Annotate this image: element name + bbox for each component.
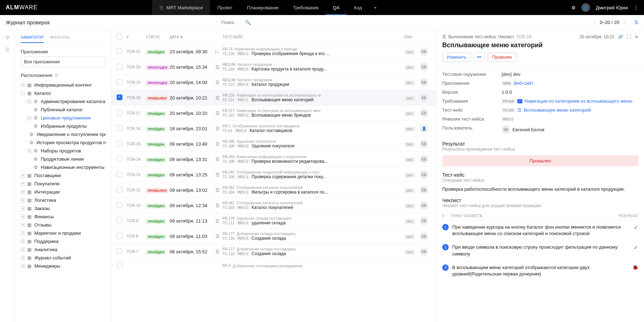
close-icon[interactable]: ✕ [635, 34, 638, 39]
tree-toggle-icon[interactable]: + [21, 256, 25, 260]
table-row[interactable]: TCR-17ПРОЙДЕН20 октября, 10:20☰FR-217Нав… [112, 106, 436, 121]
row-checkbox[interactable] [117, 187, 122, 192]
tree-item[interactable]: +⚙Администрирование каталога (PIM) [27, 97, 106, 106]
tree-item[interactable]: +▦Журнал событий [21, 254, 106, 262]
row-checkbox[interactable] [117, 233, 122, 239]
tree-toggle-icon[interactable]: + [21, 223, 25, 227]
nav-item[interactable]: Планирование [240, 0, 286, 15]
col-testcase[interactable]: ТЕСТ-КЕЙС [223, 35, 405, 39]
table-row[interactable]: TCR-13ПРОЙДЕН09 октября, 13:25☰FR-242Ото… [112, 167, 436, 182]
tree-item[interactable]: +▦Поддержка [21, 237, 106, 245]
expand-icon[interactable]: ⛶ [627, 34, 631, 39]
tree-toggle-icon[interactable]: + [27, 149, 31, 153]
select-all-checkbox[interactable] [117, 34, 122, 39]
row-checkbox[interactable] [117, 218, 122, 223]
row-checkbox[interactable] [117, 94, 122, 100]
table-row[interactable]: TCR-18ПРОВАЛЕН20 октября, 10:21☰FR-216На… [112, 90, 436, 106]
table-row[interactable]: TCR-8ПРОЙДЕН09 октября, 11:03☰FR-177Доба… [112, 229, 436, 244]
prev-page-icon[interactable]: ‹ [594, 20, 595, 25]
next-page-icon[interactable]: › [624, 20, 625, 25]
add-tab-button[interactable]: + [369, 0, 382, 15]
row-checkbox[interactable] [117, 64, 122, 69]
table-row[interactable]: TCR-9ПРОЙДЕН09 октября, 11:13☰FR-179Удал… [112, 213, 436, 229]
table-row[interactable]: TCR-14ПРОЙДЕН09 октября, 13:31☰FR-243Изм… [112, 152, 436, 167]
search-input[interactable] [221, 20, 243, 25]
tree-toggle-icon[interactable]: − [21, 91, 25, 96]
tree-item[interactable]: +▦Менеджеры [21, 262, 106, 270]
nav-item[interactable]: Код [347, 0, 369, 15]
tab-navigator[interactable]: НАВИГАТОР [21, 35, 44, 43]
tree-toggle-icon[interactable]: + [21, 190, 25, 194]
tab-filters[interactable]: ФИЛЬТРЫ [50, 35, 69, 43]
table-row[interactable]: TCR-19ПРОПУЩЕН20 октября, 14:00☰REQ-99Ка… [112, 75, 436, 90]
table-row[interactable]: TCR-7ПРОЙДЕН06 октября, 15:52☰FR-177Доба… [112, 244, 436, 259]
tree-item[interactable]: +▦Логистика [21, 196, 106, 204]
table-row[interactable]: TCR-16ПРОЙДЕН18 октября, 23:01☰FR-1Отобр… [112, 121, 436, 136]
row-checkbox[interactable] [117, 171, 122, 177]
tree-item[interactable]: +▦Отзывы [21, 221, 106, 229]
col-env[interactable]: ENV [405, 35, 420, 39]
tree-item[interactable]: +▦Заказы [21, 204, 106, 213]
tree-item[interactable]: ⚙Продуктовые линии [27, 155, 106, 163]
tree-item[interactable]: +▦Информационный контент [21, 81, 106, 89]
tree-item[interactable]: +▦Финансы [21, 213, 106, 221]
tree-item[interactable]: +⚙Ценовые предложения [27, 114, 106, 122]
row-checkbox[interactable] [117, 110, 122, 116]
tree-toggle-icon[interactable]: + [21, 215, 25, 219]
table-row[interactable]: TCR-21ПРОЙДЕН23 октября, 09:30▷FR-73Изме… [112, 44, 436, 59]
tree-item[interactable]: ⚙Уведомление о поступлении продукта [27, 130, 106, 138]
filter-icon[interactable]: ▽ [6, 35, 9, 40]
gear-icon[interactable]: ⚙ [54, 73, 59, 78]
edit-button[interactable]: Изменить [442, 53, 471, 62]
nav-item[interactable]: QA [326, 0, 347, 15]
kebab-icon[interactable]: ⋮ [634, 5, 638, 10]
tree-item[interactable]: +⚙Наборы продуктов [27, 147, 106, 155]
table-row[interactable]: TCR-20ПРОПУЩЕН20 октября, 15:34☰REQ-99Ка… [112, 59, 436, 75]
col-id[interactable]: # [127, 35, 146, 39]
sort-icon[interactable]: ⇅ [634, 20, 638, 25]
tc-link[interactable]: Всплывающее меню категорий [524, 107, 591, 113]
nav-item[interactable]: Проект [210, 0, 240, 15]
col-date[interactable]: ДАТА ⇅ [170, 35, 215, 39]
tree-item[interactable]: ⚙История просмотра продуктов поку... [27, 138, 106, 147]
nav-item[interactable]: Требования [286, 0, 326, 15]
tree-toggle-icon[interactable]: + [21, 198, 25, 203]
link-icon[interactable]: 🔗 [618, 34, 623, 39]
tree-item[interactable]: ⚙Публичный каталог [27, 106, 106, 114]
row-checkbox[interactable] [117, 262, 122, 268]
table-row[interactable]: TCR-12ПРОВАЛЕН09 октября, 13:02☰FR-241От… [112, 182, 436, 198]
tree-item[interactable]: ⚙Навигационные инструменты [27, 163, 106, 171]
tree-toggle-icon[interactable]: + [21, 231, 25, 235]
row-checkbox[interactable] [117, 125, 122, 131]
list-icon[interactable]: ☰ [5, 47, 10, 52]
search-icon[interactable]: 🔍 [245, 20, 251, 25]
row-checkbox[interactable] [117, 141, 122, 146]
table-row[interactable]: TCR-10ПРОЙДЕН09 октября, 12:34☰FR-241Ото… [112, 198, 436, 213]
row-checkbox[interactable] [117, 248, 122, 254]
app-link[interactable]: Веб-сайт [514, 80, 533, 86]
tree-toggle-icon[interactable]: + [21, 239, 25, 244]
nav-item[interactable]: ☰MRT Marketplace [152, 0, 210, 15]
tree-toggle-icon[interactable]: + [21, 174, 25, 178]
tree-toggle-icon[interactable]: + [21, 182, 25, 186]
tree-toggle-icon[interactable]: + [27, 99, 31, 104]
more-button[interactable]: ••• [474, 53, 485, 62]
req-link[interactable]: Навигация по категориям из всплывающего … [525, 98, 632, 104]
tree-item[interactable]: +▦Поставщики [21, 171, 106, 180]
row-checkbox[interactable] [117, 156, 122, 162]
fail-button[interactable]: Провален [488, 53, 517, 62]
tree-item[interactable]: +▦Маркетинг и продажи [21, 229, 106, 237]
tree-item[interactable]: +▦Покупатели [21, 180, 106, 188]
app-select[interactable]: Все приложения [21, 57, 106, 67]
tree-toggle-icon[interactable]: + [27, 116, 31, 120]
row-checkbox[interactable] [117, 202, 122, 208]
tree-item[interactable]: +▦Аналитика [21, 245, 106, 254]
tree-item[interactable]: ⚙Избранные продукты [27, 122, 106, 130]
tree-toggle-icon[interactable]: + [21, 248, 25, 252]
row-checkbox[interactable] [117, 48, 122, 54]
tree-toggle-icon[interactable]: + [21, 83, 25, 87]
tree-toggle-icon[interactable]: + [21, 264, 25, 268]
gear-icon[interactable]: ⚙ [571, 5, 576, 10]
avatar[interactable]: 👤 [581, 3, 590, 12]
tree-item[interactable]: +▦Интеграции [21, 188, 106, 196]
